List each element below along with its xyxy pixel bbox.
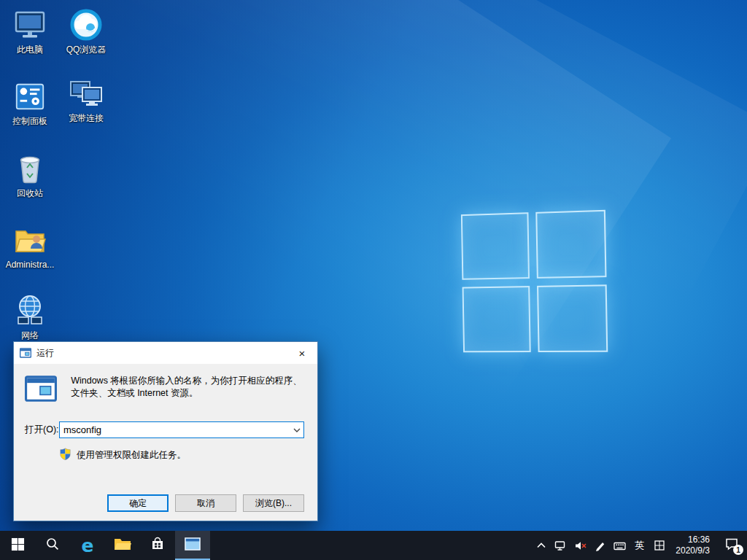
taskbar-clock[interactable]: 16:36 2020/9/3 bbox=[669, 531, 716, 560]
clock-time: 16:36 bbox=[676, 534, 710, 545]
desktop-icon-this-pc[interactable]: 此电脑 bbox=[3, 6, 57, 55]
windows-logo-pane bbox=[537, 284, 608, 352]
run-dialog-title: 运行 bbox=[36, 347, 54, 359]
desktop-icon-control-panel[interactable]: 控制面板 bbox=[3, 77, 57, 126]
windows-logo-pane bbox=[535, 210, 606, 279]
desktop-icon-broadband[interactable]: 宽带连接 bbox=[59, 74, 113, 123]
desktop-icon-administrator[interactable]: Administra... bbox=[3, 221, 57, 270]
desktop-icon-label: Administra... bbox=[3, 260, 57, 270]
notification-badge: 1 bbox=[733, 545, 743, 555]
run-dialog-taskbar-button[interactable] bbox=[175, 531, 210, 560]
admin-privilege-note: 使用管理权限创建此任务。 bbox=[77, 449, 186, 462]
desktop-icon-label: 回收站 bbox=[3, 188, 57, 198]
run-dialog-titlebar[interactable]: 运行 × bbox=[14, 342, 317, 364]
run-dialog-description: Windows 将根据你所输入的名称，为你打开相应的程序、文件夹、文档或 Int… bbox=[71, 373, 304, 405]
wallpaper-light-beam bbox=[54, 0, 747, 399]
store-icon bbox=[150, 537, 165, 554]
ime-language-button[interactable]: 英 bbox=[630, 531, 649, 560]
edge-icon: e bbox=[82, 537, 94, 555]
desktop-icon-label: 此电脑 bbox=[3, 44, 57, 55]
desktop-icon-qq-browser[interactable]: QQ浏览器 bbox=[59, 6, 113, 55]
qq-browser-icon bbox=[59, 6, 113, 42]
run-command-combobox bbox=[59, 421, 304, 438]
ime-mode-button[interactable] bbox=[649, 531, 669, 560]
run-window-icon bbox=[185, 537, 201, 553]
desktop[interactable]: 此电脑 QQ浏览器 控制面板 bbox=[0, 0, 747, 560]
recycle-bin-icon bbox=[3, 149, 57, 186]
desktop-icon-label: QQ浏览器 bbox=[59, 44, 113, 55]
desktop-icon-label: 控制面板 bbox=[3, 116, 57, 126]
windows-ink-button[interactable] bbox=[590, 531, 610, 560]
cancel-button[interactable]: 取消 bbox=[175, 494, 236, 512]
start-button[interactable] bbox=[0, 531, 35, 560]
close-icon[interactable]: × bbox=[287, 342, 317, 364]
search-icon bbox=[45, 537, 60, 554]
show-hidden-icons-button[interactable] bbox=[531, 531, 551, 560]
desktop-icon-network[interactable]: 网络 bbox=[3, 292, 57, 341]
control-panel-icon bbox=[3, 77, 57, 114]
this-pc-icon bbox=[3, 6, 57, 42]
windows-logo-pane bbox=[462, 286, 531, 352]
run-dialog-body: Windows 将根据你所输入的名称，为你打开相应的程序、文件夹、文档或 Int… bbox=[14, 364, 317, 522]
windows-start-icon bbox=[11, 537, 25, 554]
clock-date: 2020/9/3 bbox=[676, 545, 710, 556]
run-dialog: 运行 × Windows 将根据你所输入的名称，为你打开相应的程序、文件夹、文档… bbox=[13, 341, 318, 521]
desktop-icon-label: 网络 bbox=[3, 330, 57, 341]
system-tray: 英 16:36 2020/9/3 1 bbox=[531, 531, 747, 560]
ok-button[interactable]: 确定 bbox=[107, 494, 169, 512]
network-icon bbox=[3, 292, 57, 328]
edge-browser-button[interactable]: e bbox=[70, 531, 105, 560]
run-command-input[interactable] bbox=[60, 422, 290, 438]
microsoft-store-button[interactable] bbox=[140, 531, 175, 560]
run-program-icon bbox=[25, 373, 71, 405]
chevron-down-icon[interactable] bbox=[290, 422, 303, 438]
volume-button[interactable] bbox=[570, 531, 590, 560]
browse-button[interactable]: 浏览(B)... bbox=[243, 494, 304, 512]
uac-shield-icon bbox=[59, 448, 71, 463]
network-status-button[interactable] bbox=[551, 531, 570, 560]
ime-language-label: 英 bbox=[635, 539, 644, 552]
administrator-folder-icon bbox=[3, 221, 57, 257]
action-center-button[interactable]: 1 bbox=[716, 531, 747, 560]
file-explorer-button[interactable] bbox=[105, 531, 140, 560]
broadband-connection-icon bbox=[59, 74, 113, 111]
desktop-icon-recycle-bin[interactable]: 回收站 bbox=[3, 149, 57, 198]
touch-keyboard-button[interactable] bbox=[610, 531, 630, 560]
windows-logo-pane bbox=[461, 212, 530, 280]
taskbar: e bbox=[0, 531, 747, 560]
file-explorer-icon bbox=[114, 537, 131, 554]
search-button[interactable] bbox=[35, 531, 70, 560]
run-window-icon bbox=[20, 348, 31, 358]
open-label: 打开(O): bbox=[25, 424, 59, 436]
windows-logo bbox=[461, 210, 608, 353]
desktop-icon-label: 宽带连接 bbox=[59, 113, 113, 123]
